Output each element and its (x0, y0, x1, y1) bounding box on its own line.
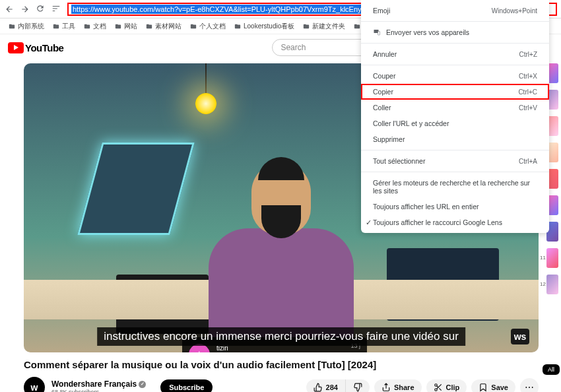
clip-label: Clip (446, 383, 460, 391)
playlist-thumb[interactable]: 11 (546, 248, 558, 268)
menu-emoji[interactable]: EmojiWindows+Point (361, 3, 549, 18)
menu-send-devices[interactable]: Envoyer vers vos appareils (361, 24, 549, 40)
share-label: Share (394, 383, 414, 391)
subscribe-button[interactable]: Subscribe (160, 379, 213, 392)
bookmark-label: 内部系统 (18, 22, 44, 31)
menu-copy[interactable]: CopierCtrl+C (361, 84, 549, 100)
folder-icon (52, 23, 60, 30)
youtube-logo[interactable]: YouTube (8, 42, 63, 53)
thumb-index: 11 (540, 255, 546, 261)
channel-name-text: Wondershare Français (51, 379, 137, 389)
folder-icon (145, 23, 153, 30)
svg-rect-3 (378, 32, 380, 36)
folder-icon (83, 23, 91, 30)
menu-label: Tout sélectionner (373, 157, 425, 165)
back-button[interactable] (4, 4, 15, 15)
presenter-decor (209, 162, 354, 347)
bookmark-icon (478, 383, 488, 392)
menu-shortcut: Ctrl+X (519, 73, 537, 80)
thumbs-up-icon (314, 383, 323, 392)
svg-point-1 (434, 389, 437, 391)
menu-divider (361, 21, 549, 22)
menu-label: Annuler (373, 50, 397, 58)
folder-icon (302, 23, 310, 30)
dislike-button[interactable] (346, 379, 370, 392)
channel-info: w Wondershare Français ✓ 68.8K subscribe… (24, 377, 213, 392)
subscriber-count: 68.8K subscribers (51, 389, 146, 392)
menu-shortcut: Ctrl+C (518, 88, 537, 96)
site-controls-icon[interactable] (51, 4, 62, 15)
save-label: Save (491, 383, 508, 391)
menu-label: Toujours afficher les URL en entier (373, 203, 479, 211)
devices-icon (373, 28, 381, 36)
check-icon: ✓ (364, 218, 373, 226)
folder-icon (234, 23, 242, 30)
bookmark-label: Lookerstudio看板 (244, 22, 294, 31)
bookmark-item[interactable]: 新建文件夹 (302, 22, 345, 31)
save-button[interactable]: Save (471, 379, 515, 392)
menu-manage-search[interactable]: Gérer les moteurs de recherche et la rec… (361, 175, 549, 199)
channel-name[interactable]: Wondershare Français ✓ (51, 379, 146, 389)
like-count: 284 (326, 383, 338, 391)
thumbs-down-icon (353, 383, 362, 392)
bookmark-item[interactable]: 个人文档 (189, 22, 226, 31)
bookmark-label: 工具 (62, 22, 75, 31)
context-menu: EmojiWindows+Point Envoyer vers vos appa… (361, 0, 549, 233)
menu-label: Toujours afficher le raccourci Google Le… (373, 218, 502, 226)
clip-button[interactable]: Clip (426, 379, 467, 392)
bookmark-item[interactable]: 网站 (114, 22, 137, 31)
more-actions-button[interactable]: ⋯ (520, 378, 539, 392)
menu-label: Coller (373, 104, 391, 112)
bookmark-label: 网站 (124, 22, 137, 31)
bookmark-item[interactable]: 工具 (52, 22, 75, 31)
menu-always-full-url[interactable]: Toujours afficher les URL en entier (361, 199, 549, 214)
menu-paste[interactable]: CollerCtrl+V (361, 100, 549, 115)
menu-label: Emoji (373, 7, 390, 15)
bookmark-item[interactable]: 文档 (83, 22, 106, 31)
menu-label: Couper (373, 72, 395, 80)
menu-shortcut: Ctrl+V (519, 104, 537, 112)
bookmark-label: 素材网站 (155, 22, 182, 31)
menu-shortcut: Windows+Point (492, 7, 537, 15)
menu-label: Copier (373, 88, 393, 96)
channel-avatar[interactable]: w (24, 377, 45, 392)
verified-icon: ✓ (139, 381, 146, 388)
folder-icon (189, 23, 197, 30)
playlist-thumb[interactable]: 12 (546, 275, 558, 294)
folder-icon (114, 23, 122, 30)
action-bar: 284 Share Clip Save (306, 378, 539, 392)
menu-cut[interactable]: CouperCtrl+X (361, 68, 549, 84)
like-button[interactable]: 284 (306, 379, 346, 392)
menu-undo[interactable]: AnnulerCtrl+Z (361, 46, 549, 62)
wondershare-badge: ws (511, 329, 529, 344)
bookmark-item[interactable]: 素材网站 (145, 22, 182, 31)
share-button[interactable]: Share (374, 379, 422, 392)
menu-divider (361, 150, 549, 150)
reload-button[interactable] (36, 4, 46, 15)
menu-divider (361, 172, 549, 172)
menu-shortcut: Ctrl+A (519, 158, 537, 165)
bookmark-item[interactable]: Lookerstudio看板 (234, 22, 294, 31)
folder-icon (353, 23, 361, 30)
menu-select-all[interactable]: Tout sélectionnerCtrl+A (361, 153, 549, 169)
menu-divider (361, 43, 549, 44)
bookmark-label: 个人文档 (199, 22, 226, 31)
thumb-index: 12 (540, 281, 546, 287)
video-meta-row: w Wondershare Français ✓ 68.8K subscribe… (24, 377, 539, 392)
bookmark-label: 文档 (93, 22, 106, 31)
menu-delete[interactable]: Supprimer (361, 131, 549, 147)
share-icon (381, 383, 391, 392)
youtube-wordmark: YouTube (25, 42, 63, 53)
wall-logo-decor (90, 143, 182, 235)
menu-always-lens[interactable]: ✓Toujours afficher le raccourci Google L… (361, 214, 549, 230)
filter-chip-all[interactable]: All (543, 364, 560, 375)
youtube-play-icon (8, 42, 24, 53)
menu-label: Coller l'URL et y accéder (373, 119, 449, 127)
forward-button[interactable] (20, 4, 30, 15)
menu-shortcut: Ctrl+Z (519, 51, 538, 58)
scissors-icon (434, 383, 443, 392)
menu-paste-and-go[interactable]: Coller l'URL et y accéder (361, 115, 549, 131)
caption-text: instructives encore un immense merci pou… (97, 327, 465, 346)
menu-label: Supprimer (373, 135, 405, 143)
bookmark-item[interactable]: 内部系统 (8, 22, 44, 31)
